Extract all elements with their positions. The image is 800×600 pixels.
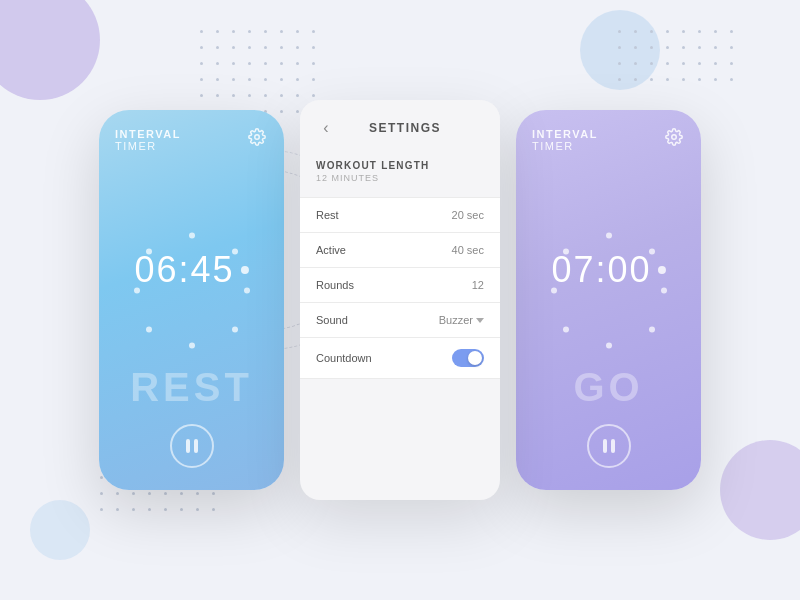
workout-duration: 12 MINUTES <box>316 173 484 183</box>
time-display-blue: 06:45 <box>134 249 248 291</box>
clock-dot <box>606 232 612 238</box>
rounds-value: 12 <box>472 279 484 291</box>
time-display-purple: 07:00 <box>551 249 665 291</box>
clock-dot <box>232 326 238 332</box>
toggle-knob <box>468 351 482 365</box>
mode-label-rest: REST <box>130 365 253 410</box>
sound-text: Buzzer <box>439 314 473 326</box>
active-label: Active <box>316 244 346 256</box>
timer-text-purple: TIMER <box>532 140 598 152</box>
interval-label-purple: INTERVAL TIMER <box>532 128 598 152</box>
clock-dot <box>563 326 569 332</box>
clock-dot <box>189 232 195 238</box>
clock-dot <box>649 326 655 332</box>
settings-list: Rest 20 sec Active 40 sec Rounds 12 Soun… <box>300 197 500 379</box>
countdown-label: Countdown <box>316 352 372 364</box>
bg-decoration-circle-4 <box>30 500 90 560</box>
rest-label: Rest <box>316 209 339 221</box>
settings-row-active[interactable]: Active 40 sec <box>300 233 500 268</box>
settings-title: SETTINGS <box>346 121 484 135</box>
pause-icon-blue <box>186 439 198 453</box>
bg-decoration-circle-3 <box>720 440 800 540</box>
svg-point-1 <box>672 135 677 140</box>
gear-icon-purple[interactable] <box>665 128 685 148</box>
bg-decoration-circle-1 <box>0 0 100 100</box>
sound-label: Sound <box>316 314 348 326</box>
time-text-blue: 06:45 <box>134 249 234 291</box>
gear-icon-blue[interactable] <box>248 128 268 148</box>
back-button[interactable]: ‹ <box>316 118 336 138</box>
interval-text-blue: INTERVAL <box>115 128 181 140</box>
settings-header: ‹ SETTINGS <box>300 100 500 150</box>
rounds-label: Rounds <box>316 279 354 291</box>
phone-purple-header: INTERVAL TIMER <box>516 110 701 160</box>
time-text-purple: 07:00 <box>551 249 651 291</box>
settings-panel: ‹ SETTINGS WORKOUT LENGTH 12 MINUTES Res… <box>300 100 500 500</box>
settings-row-rounds[interactable]: Rounds 12 <box>300 268 500 303</box>
settings-row-rest[interactable]: Rest 20 sec <box>300 197 500 233</box>
active-value: 40 sec <box>452 244 484 256</box>
svg-point-0 <box>255 135 260 140</box>
phones-container: INTERVAL TIMER 06:45 REST <box>99 100 701 500</box>
mode-label-go: GO <box>573 365 643 410</box>
pause-bar <box>611 439 615 453</box>
workout-section: WORKOUT LENGTH 12 MINUTES <box>300 150 500 191</box>
clock-dot <box>146 326 152 332</box>
pause-bar <box>186 439 190 453</box>
workout-length-title: WORKOUT LENGTH <box>316 160 484 171</box>
time-indicator-purple <box>658 266 666 274</box>
clock-dot <box>189 342 195 348</box>
settings-row-countdown[interactable]: Countdown <box>300 338 500 379</box>
dropdown-arrow-icon <box>476 318 484 323</box>
sound-value[interactable]: Buzzer <box>439 314 484 326</box>
settings-row-sound[interactable]: Sound Buzzer <box>300 303 500 338</box>
interval-text-purple: INTERVAL <box>532 128 598 140</box>
timer-text-blue: TIMER <box>115 140 181 152</box>
countdown-toggle[interactable] <box>452 349 484 367</box>
phone-go: INTERVAL TIMER 07:00 GO <box>516 110 701 490</box>
interval-label-blue: INTERVAL TIMER <box>115 128 181 152</box>
phone-rest: INTERVAL TIMER 06:45 REST <box>99 110 284 490</box>
clock-dot <box>606 342 612 348</box>
pause-button-blue[interactable] <box>170 424 214 468</box>
phone-blue-header: INTERVAL TIMER <box>99 110 284 160</box>
rest-value: 20 sec <box>452 209 484 221</box>
pause-bar <box>603 439 607 453</box>
pause-icon-purple <box>603 439 615 453</box>
time-indicator-blue <box>241 266 249 274</box>
pause-button-purple[interactable] <box>587 424 631 468</box>
pause-bar <box>194 439 198 453</box>
